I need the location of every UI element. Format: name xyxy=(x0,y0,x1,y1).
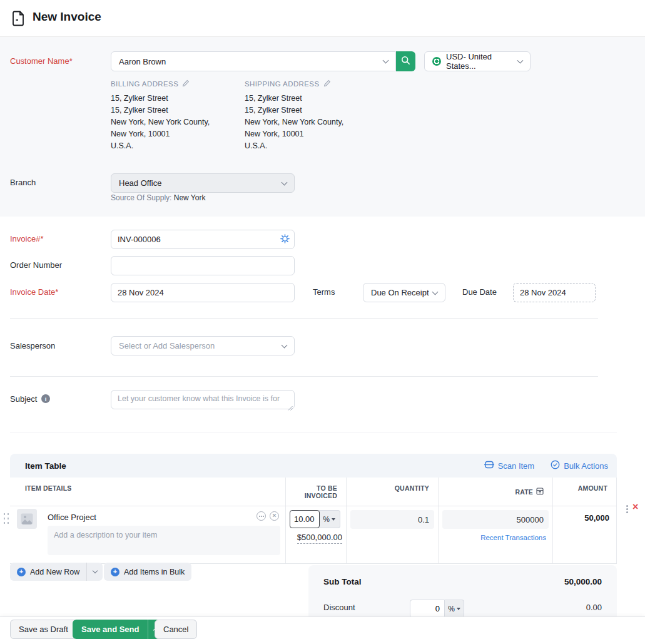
quantity-cell xyxy=(346,506,438,563)
cancel-button[interactable]: Cancel xyxy=(155,620,197,639)
address-line: 15, Zylker Street xyxy=(111,105,210,116)
save-as-draft-button[interactable]: Save as Draft xyxy=(10,620,77,639)
currency-icon xyxy=(432,57,441,66)
add-items-in-bulk-button[interactable]: + Add Items in Bulk xyxy=(104,563,191,581)
to-be-invoiced-input[interactable] xyxy=(290,510,320,528)
column-header-item-details: ITEM DETAILS xyxy=(10,478,285,506)
address-line: New York, 10001 xyxy=(111,128,210,140)
row-menu-icon[interactable] xyxy=(626,505,628,507)
chevron-down-icon xyxy=(383,58,389,64)
check-circle-icon xyxy=(551,460,560,471)
address-line: New York, 10001 xyxy=(245,128,343,140)
currency-select[interactable]: USD- United States... xyxy=(424,51,531,71)
amount-cell: 50,000 xyxy=(552,506,617,563)
terms-label: Terms xyxy=(313,287,335,297)
salesperson-select[interactable]: Select or Add Salesperson xyxy=(111,336,295,355)
branch-label: Branch xyxy=(10,178,36,187)
address-line: U.S.A. xyxy=(111,140,210,152)
column-header-quantity: QUANTITY xyxy=(346,478,438,506)
chevron-down-icon xyxy=(282,342,288,348)
column-header-to-be-invoiced: TO BE INVOICED xyxy=(285,478,346,506)
chevron-down-icon xyxy=(92,568,97,573)
scan-item-label: Scan Item xyxy=(498,461,535,471)
item-clear-icon[interactable]: ✕ xyxy=(270,511,279,521)
invoice-number-input[interactable] xyxy=(111,230,295,249)
save-and-send-split-button: Save and Send xyxy=(73,620,163,639)
add-new-row-dropdown-button[interactable] xyxy=(86,563,103,581)
billing-address-title: BILLING ADDRESS xyxy=(111,80,178,88)
source-of-supply: Source Of Supply: New York xyxy=(111,193,205,202)
branch-select[interactable]: Head Office xyxy=(111,173,295,193)
page-title: New Invoice xyxy=(33,10,101,24)
percent-label: % xyxy=(323,515,330,524)
address-line: New York, New York County, xyxy=(111,116,210,128)
item-table-titlebar: Item Table Scan Item Bulk Actions xyxy=(10,454,617,478)
branch-value: Head Office xyxy=(119,178,161,188)
billing-address-header: BILLING ADDRESS xyxy=(111,79,190,88)
customer-name-combobox[interactable]: Aaron Brown xyxy=(111,51,396,71)
save-and-send-button[interactable]: Save and Send xyxy=(73,620,148,639)
invoice-number-label: Invoice#* xyxy=(10,234,43,243)
info-icon: i xyxy=(41,394,50,403)
to-be-invoiced-unit-select[interactable]: % xyxy=(318,510,340,528)
caret-down-icon xyxy=(332,518,335,521)
recent-transactions-link[interactable]: Recent Transactions xyxy=(480,534,546,541)
rate-settings-icon[interactable] xyxy=(536,488,544,496)
add-new-row-split-button: + Add New Row xyxy=(10,563,103,581)
discount-unit-select[interactable]: % xyxy=(445,600,464,618)
discount-label: Discount xyxy=(323,603,355,612)
address-line: 15, Zylker Street xyxy=(111,93,210,105)
address-line: 15, Zylker Street xyxy=(245,105,343,116)
row-amount: 50,000 xyxy=(584,513,609,523)
subject-label: Subject xyxy=(10,394,37,404)
item-more-options-icon[interactable] xyxy=(256,511,266,521)
item-row: Office Project ✕ % $500,000.00 xyxy=(10,506,617,564)
delete-row-icon[interactable]: × xyxy=(632,502,638,512)
invoiced-amount[interactable]: $500,000.00 xyxy=(297,533,342,544)
edit-pencil-icon[interactable] xyxy=(182,79,190,88)
bulk-actions-button[interactable]: Bulk Actions xyxy=(551,460,608,471)
item-description-textarea[interactable] xyxy=(48,526,280,555)
item-table-title: Item Table xyxy=(25,461,66,471)
percent-label: % xyxy=(448,605,455,613)
add-items-in-bulk-label: Add Items in Bulk xyxy=(124,568,185,576)
search-icon xyxy=(401,56,410,67)
item-image-placeholder-icon[interactable] xyxy=(17,509,37,529)
invoice-date-input[interactable] xyxy=(111,283,295,302)
add-new-row-button[interactable]: + Add New Row xyxy=(10,563,86,581)
page-header: New Invoice xyxy=(0,0,645,37)
section-divider xyxy=(10,376,598,377)
rate-cell: Recent Transactions xyxy=(438,506,552,563)
scan-item-button[interactable]: Scan Item xyxy=(484,460,535,471)
address-line: New York, New York County, xyxy=(245,116,343,128)
edit-pencil-icon[interactable] xyxy=(323,79,331,88)
footer-bar: Save as Draft Save and Send Cancel xyxy=(0,616,645,644)
invoice-number-settings-gear-icon[interactable] xyxy=(280,234,290,246)
add-new-row-label: Add New Row xyxy=(30,568,79,576)
scanner-icon xyxy=(484,460,494,471)
item-name[interactable]: Office Project xyxy=(48,513,96,522)
item-table-header-row: ITEM DETAILS TO BE INVOICED QUANTITY RAT… xyxy=(10,478,617,506)
rate-input[interactable] xyxy=(442,510,549,529)
subject-textarea[interactable] xyxy=(111,390,295,409)
customer-name-label: Customer Name* xyxy=(10,56,73,66)
new-invoice-page: New Invoice Customer Name* Aaron Brown U… xyxy=(0,0,645,644)
due-date-label: Due Date xyxy=(462,287,497,297)
terms-select[interactable]: Due On Receipt xyxy=(363,283,445,302)
currency-value: USD- United States... xyxy=(446,52,518,71)
discount-amount: 0.00 xyxy=(586,603,602,612)
discount-input[interactable] xyxy=(410,600,445,618)
drag-handle-icon[interactable] xyxy=(3,512,9,526)
quantity-input[interactable] xyxy=(350,510,434,529)
due-date-input[interactable] xyxy=(513,283,596,302)
customer-search-button[interactable] xyxy=(396,51,415,71)
invoice-document-icon xyxy=(11,10,26,29)
address-line: U.S.A. xyxy=(245,140,343,152)
order-number-input[interactable] xyxy=(111,256,295,275)
order-number-label: Order Number xyxy=(10,260,62,270)
section-divider xyxy=(10,432,617,432)
item-details-cell: Office Project ✕ xyxy=(10,506,285,563)
source-of-supply-label: Source Of Supply: xyxy=(111,193,171,202)
caret-down-icon xyxy=(457,608,460,610)
salesperson-placeholder: Select or Add Salesperson xyxy=(119,341,215,350)
